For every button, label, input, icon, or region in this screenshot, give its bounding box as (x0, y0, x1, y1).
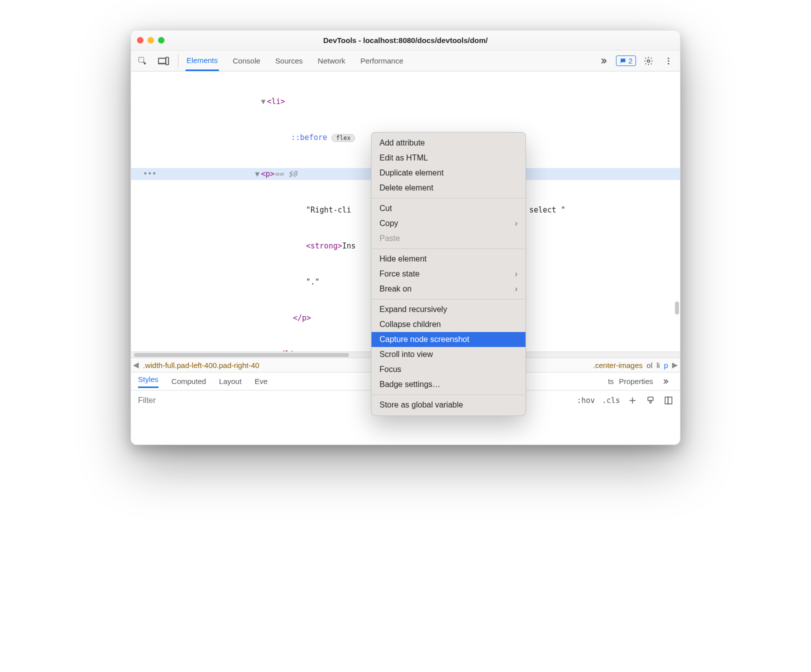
svg-rect-11 (665, 397, 668, 404)
ctx-store-global[interactable]: Store as global variable (372, 398, 526, 412)
vertical-scrollbar[interactable] (675, 302, 679, 314)
svg-point-6 (668, 60, 670, 62)
submenu-chevron-icon: › (515, 219, 518, 228)
svg-rect-3 (166, 57, 169, 64)
pseudo-before: ::before (291, 133, 327, 142)
breadcrumb-segment[interactable]: .width-full.pad-left-400.pad-right-40 (143, 361, 260, 370)
svg-rect-1 (158, 58, 166, 63)
new-style-rule-icon[interactable] (627, 395, 638, 406)
breadcrumb-segment[interactable]: ol (646, 361, 652, 370)
ctx-separator (372, 248, 526, 249)
horizontal-scrollbar[interactable] (134, 353, 349, 357)
ctx-separator (372, 299, 526, 300)
toolbar-divider (178, 54, 178, 68)
styles-filter-input[interactable] (137, 396, 237, 406)
ctx-separator (372, 394, 526, 395)
tab-sources[interactable]: Sources (274, 50, 304, 71)
settings-icon[interactable] (641, 54, 656, 68)
window-titlebar: DevTools - localhost:8080/docs/devtools/… (131, 30, 680, 50)
tab-elements[interactable]: Elements (186, 50, 219, 71)
breadcrumb-segment[interactable]: li (656, 361, 660, 370)
ctx-separator (372, 198, 526, 198)
tab-network[interactable]: Network (317, 50, 346, 71)
breadcrumb-segment[interactable]: .center-images (593, 361, 642, 370)
subtab-properties[interactable]: Properties (619, 377, 653, 386)
dom-context-menu: Add attribute Edit as HTML Duplicate ele… (371, 132, 526, 416)
svg-point-7 (668, 62, 670, 64)
hov-toggle[interactable]: :hov (577, 396, 595, 405)
subtab-computed[interactable]: Computed (172, 377, 206, 386)
devtools-window: DevTools - localhost:8080/docs/devtools/… (130, 30, 680, 445)
ctx-duplicate-element[interactable]: Duplicate element (372, 166, 526, 180)
ctx-copy[interactable]: Copy› (372, 216, 526, 231)
expand-triangle-icon[interactable]: ▼ (261, 96, 267, 108)
text-node: "Right-cli (306, 206, 351, 214)
svg-point-4 (648, 60, 650, 62)
expand-triangle-icon[interactable]: ▼ (255, 168, 261, 180)
ctx-badge-settings[interactable]: Badge settings… (372, 377, 526, 392)
text-node: "." (306, 278, 320, 286)
dom-tag: </p> (293, 314, 311, 322)
ctx-paste: Paste (372, 231, 526, 246)
svg-rect-10 (648, 397, 654, 400)
more-subtabs-icon[interactable] (658, 374, 673, 389)
ctx-add-attribute[interactable]: Add attribute (372, 136, 526, 150)
ctx-scroll-into-view[interactable]: Scroll into view (372, 347, 526, 362)
ctx-capture-node-screenshot[interactable]: Capture node screenshot (372, 332, 526, 347)
ctx-focus[interactable]: Focus (372, 362, 526, 377)
breadcrumb-left-icon[interactable]: ◀ (133, 360, 139, 370)
zoom-window-button[interactable] (158, 37, 164, 44)
device-toolbar-icon[interactable] (156, 54, 171, 68)
devtools-toolbar: Elements Console Sources Network Perform… (131, 50, 680, 72)
issues-badge[interactable]: 2 (616, 56, 636, 66)
dom-tag: <li> (267, 97, 285, 106)
inspect-element-icon[interactable] (135, 54, 150, 68)
more-tabs-icon[interactable] (596, 54, 611, 68)
ctx-cut[interactable]: Cut (372, 201, 526, 216)
breadcrumb-segment[interactable]: p (664, 361, 668, 370)
svg-point-5 (668, 58, 670, 59)
submenu-chevron-icon: › (515, 284, 518, 294)
flex-badge[interactable]: flex (332, 134, 355, 142)
kebab-menu-icon[interactable] (661, 54, 676, 68)
window-title: DevTools - localhost:8080/docs/devtools/… (131, 36, 680, 44)
ctx-edit-as-html[interactable]: Edit as HTML (372, 150, 526, 166)
minimize-window-button[interactable] (148, 37, 154, 44)
row-actions-icon[interactable]: ••• (143, 168, 156, 180)
ctx-break-on[interactable]: Break on› (372, 282, 526, 296)
issues-count: 2 (628, 56, 632, 65)
svg-rect-12 (668, 397, 672, 404)
subtab-styles[interactable]: Styles (138, 375, 158, 388)
breadcrumb-right-icon[interactable]: ▶ (672, 360, 678, 370)
close-window-button[interactable] (137, 37, 144, 44)
paint-brush-icon[interactable] (645, 395, 656, 406)
dom-tag: <strong> (306, 242, 342, 250)
text-node: Ins (342, 242, 356, 250)
computed-panel-icon[interactable] (663, 395, 674, 406)
panel-tabs: Elements Console Sources Network Perform… (186, 50, 404, 71)
ctx-expand-recursively[interactable]: Expand recursively (372, 302, 526, 317)
ctx-collapse-children[interactable]: Collapse children (372, 317, 526, 332)
selected-marker: == $0 (274, 168, 297, 180)
cls-toggle[interactable]: .cls (602, 396, 620, 405)
ctx-delete-element[interactable]: Delete element (372, 180, 526, 196)
subtab-event-listeners[interactable]: Eve (254, 377, 268, 386)
ctx-hide-element[interactable]: Hide element (372, 252, 526, 266)
dom-tag: <p> (261, 168, 274, 180)
tab-performance[interactable]: Performance (360, 50, 404, 71)
subtab-dom-breakpoints[interactable]: ts (608, 377, 614, 386)
ctx-force-state[interactable]: Force state› (372, 266, 526, 282)
subtab-layout[interactable]: Layout (219, 377, 242, 386)
tab-console[interactable]: Console (232, 50, 262, 71)
traffic-lights (137, 37, 164, 44)
submenu-chevron-icon: › (515, 270, 518, 278)
